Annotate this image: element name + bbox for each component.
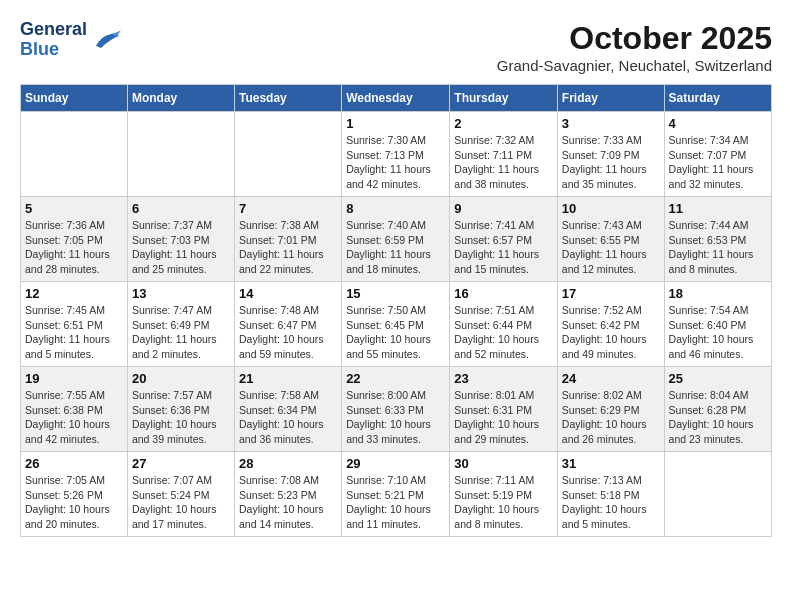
calendar-cell: 31Sunrise: 7:13 AMSunset: 5:18 PMDayligh… — [557, 452, 664, 537]
calendar-cell: 14Sunrise: 7:48 AMSunset: 6:47 PMDayligh… — [234, 282, 341, 367]
day-info: Sunrise: 7:44 AMSunset: 6:53 PMDaylight:… — [669, 218, 767, 277]
day-number: 23 — [454, 371, 553, 386]
calendar-week-4: 19Sunrise: 7:55 AMSunset: 6:38 PMDayligh… — [21, 367, 772, 452]
month-title: October 2025 — [497, 20, 772, 57]
calendar-cell: 23Sunrise: 8:01 AMSunset: 6:31 PMDayligh… — [450, 367, 558, 452]
location-subtitle: Grand-Savagnier, Neuchatel, Switzerland — [497, 57, 772, 74]
day-info: Sunrise: 7:13 AMSunset: 5:18 PMDaylight:… — [562, 473, 660, 532]
day-header-saturday: Saturday — [664, 85, 771, 112]
day-info: Sunrise: 7:45 AMSunset: 6:51 PMDaylight:… — [25, 303, 123, 362]
day-info: Sunrise: 7:38 AMSunset: 7:01 PMDaylight:… — [239, 218, 337, 277]
calendar-week-2: 5Sunrise: 7:36 AMSunset: 7:05 PMDaylight… — [21, 197, 772, 282]
day-info: Sunrise: 7:11 AMSunset: 5:19 PMDaylight:… — [454, 473, 553, 532]
calendar-cell: 16Sunrise: 7:51 AMSunset: 6:44 PMDayligh… — [450, 282, 558, 367]
day-number: 17 — [562, 286, 660, 301]
calendar-cell: 28Sunrise: 7:08 AMSunset: 5:23 PMDayligh… — [234, 452, 341, 537]
calendar-cell: 3Sunrise: 7:33 AMSunset: 7:09 PMDaylight… — [557, 112, 664, 197]
calendar-cell: 1Sunrise: 7:30 AMSunset: 7:13 PMDaylight… — [342, 112, 450, 197]
day-info: Sunrise: 7:55 AMSunset: 6:38 PMDaylight:… — [25, 388, 123, 447]
day-number: 18 — [669, 286, 767, 301]
day-number: 21 — [239, 371, 337, 386]
calendar-cell: 17Sunrise: 7:52 AMSunset: 6:42 PMDayligh… — [557, 282, 664, 367]
day-header-monday: Monday — [127, 85, 234, 112]
calendar-cell: 10Sunrise: 7:43 AMSunset: 6:55 PMDayligh… — [557, 197, 664, 282]
day-info: Sunrise: 7:33 AMSunset: 7:09 PMDaylight:… — [562, 133, 660, 192]
day-number: 30 — [454, 456, 553, 471]
day-info: Sunrise: 7:57 AMSunset: 6:36 PMDaylight:… — [132, 388, 230, 447]
calendar-cell: 18Sunrise: 7:54 AMSunset: 6:40 PMDayligh… — [664, 282, 771, 367]
calendar-cell: 7Sunrise: 7:38 AMSunset: 7:01 PMDaylight… — [234, 197, 341, 282]
day-header-friday: Friday — [557, 85, 664, 112]
logo: General Blue — [20, 20, 121, 60]
day-info: Sunrise: 7:48 AMSunset: 6:47 PMDaylight:… — [239, 303, 337, 362]
day-info: Sunrise: 7:37 AMSunset: 7:03 PMDaylight:… — [132, 218, 230, 277]
calendar-week-3: 12Sunrise: 7:45 AMSunset: 6:51 PMDayligh… — [21, 282, 772, 367]
calendar-week-1: 1Sunrise: 7:30 AMSunset: 7:13 PMDaylight… — [21, 112, 772, 197]
logo-text: General Blue — [20, 20, 87, 60]
calendar-cell: 4Sunrise: 7:34 AMSunset: 7:07 PMDaylight… — [664, 112, 771, 197]
calendar-cell: 29Sunrise: 7:10 AMSunset: 5:21 PMDayligh… — [342, 452, 450, 537]
day-number: 20 — [132, 371, 230, 386]
day-info: Sunrise: 7:47 AMSunset: 6:49 PMDaylight:… — [132, 303, 230, 362]
day-number: 24 — [562, 371, 660, 386]
day-number: 31 — [562, 456, 660, 471]
calendar-cell — [234, 112, 341, 197]
day-info: Sunrise: 7:50 AMSunset: 6:45 PMDaylight:… — [346, 303, 445, 362]
day-info: Sunrise: 7:32 AMSunset: 7:11 PMDaylight:… — [454, 133, 553, 192]
day-number: 13 — [132, 286, 230, 301]
day-number: 14 — [239, 286, 337, 301]
day-info: Sunrise: 7:05 AMSunset: 5:26 PMDaylight:… — [25, 473, 123, 532]
calendar-cell: 12Sunrise: 7:45 AMSunset: 6:51 PMDayligh… — [21, 282, 128, 367]
day-number: 25 — [669, 371, 767, 386]
day-info: Sunrise: 7:58 AMSunset: 6:34 PMDaylight:… — [239, 388, 337, 447]
calendar-cell: 22Sunrise: 8:00 AMSunset: 6:33 PMDayligh… — [342, 367, 450, 452]
calendar-cell: 13Sunrise: 7:47 AMSunset: 6:49 PMDayligh… — [127, 282, 234, 367]
day-number: 16 — [454, 286, 553, 301]
day-info: Sunrise: 7:34 AMSunset: 7:07 PMDaylight:… — [669, 133, 767, 192]
calendar-cell — [21, 112, 128, 197]
day-header-tuesday: Tuesday — [234, 85, 341, 112]
calendar-cell: 25Sunrise: 8:04 AMSunset: 6:28 PMDayligh… — [664, 367, 771, 452]
calendar-cell: 20Sunrise: 7:57 AMSunset: 6:36 PMDayligh… — [127, 367, 234, 452]
calendar-header: SundayMondayTuesdayWednesdayThursdayFrid… — [21, 85, 772, 112]
day-info: Sunrise: 7:07 AMSunset: 5:24 PMDaylight:… — [132, 473, 230, 532]
calendar-cell: 21Sunrise: 7:58 AMSunset: 6:34 PMDayligh… — [234, 367, 341, 452]
logo-bird-icon — [91, 28, 121, 52]
day-number: 9 — [454, 201, 553, 216]
day-number: 7 — [239, 201, 337, 216]
calendar-cell: 6Sunrise: 7:37 AMSunset: 7:03 PMDaylight… — [127, 197, 234, 282]
day-number: 22 — [346, 371, 445, 386]
day-number: 2 — [454, 116, 553, 131]
day-number: 27 — [132, 456, 230, 471]
calendar-cell: 26Sunrise: 7:05 AMSunset: 5:26 PMDayligh… — [21, 452, 128, 537]
calendar-cell: 2Sunrise: 7:32 AMSunset: 7:11 PMDaylight… — [450, 112, 558, 197]
calendar-cell: 30Sunrise: 7:11 AMSunset: 5:19 PMDayligh… — [450, 452, 558, 537]
day-number: 4 — [669, 116, 767, 131]
day-info: Sunrise: 7:51 AMSunset: 6:44 PMDaylight:… — [454, 303, 553, 362]
calendar-cell: 27Sunrise: 7:07 AMSunset: 5:24 PMDayligh… — [127, 452, 234, 537]
day-info: Sunrise: 8:04 AMSunset: 6:28 PMDaylight:… — [669, 388, 767, 447]
day-info: Sunrise: 7:36 AMSunset: 7:05 PMDaylight:… — [25, 218, 123, 277]
logo-general: General — [20, 20, 87, 40]
page-header: General Blue October 2025 Grand-Savagnie… — [20, 20, 772, 74]
day-info: Sunrise: 8:01 AMSunset: 6:31 PMDaylight:… — [454, 388, 553, 447]
title-section: October 2025 Grand-Savagnier, Neuchatel,… — [497, 20, 772, 74]
day-header-sunday: Sunday — [21, 85, 128, 112]
day-info: Sunrise: 7:54 AMSunset: 6:40 PMDaylight:… — [669, 303, 767, 362]
day-number: 5 — [25, 201, 123, 216]
calendar-cell: 5Sunrise: 7:36 AMSunset: 7:05 PMDaylight… — [21, 197, 128, 282]
calendar-cell: 24Sunrise: 8:02 AMSunset: 6:29 PMDayligh… — [557, 367, 664, 452]
calendar-week-5: 26Sunrise: 7:05 AMSunset: 5:26 PMDayligh… — [21, 452, 772, 537]
calendar-cell: 9Sunrise: 7:41 AMSunset: 6:57 PMDaylight… — [450, 197, 558, 282]
day-header-wednesday: Wednesday — [342, 85, 450, 112]
day-info: Sunrise: 7:43 AMSunset: 6:55 PMDaylight:… — [562, 218, 660, 277]
day-info: Sunrise: 7:08 AMSunset: 5:23 PMDaylight:… — [239, 473, 337, 532]
day-number: 8 — [346, 201, 445, 216]
day-number: 19 — [25, 371, 123, 386]
day-number: 29 — [346, 456, 445, 471]
day-number: 12 — [25, 286, 123, 301]
day-number: 28 — [239, 456, 337, 471]
calendar-table: SundayMondayTuesdayWednesdayThursdayFrid… — [20, 84, 772, 537]
day-number: 6 — [132, 201, 230, 216]
day-number: 15 — [346, 286, 445, 301]
